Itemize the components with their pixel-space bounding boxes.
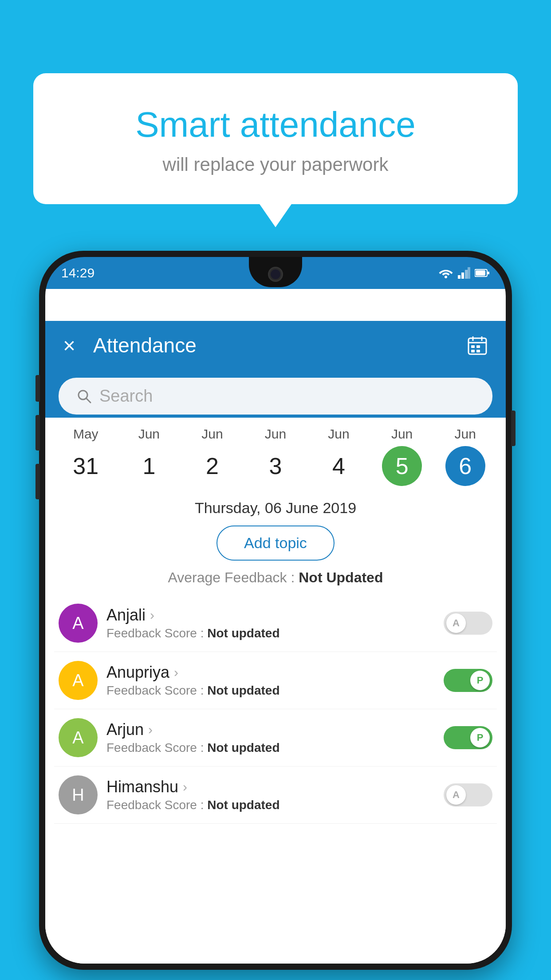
camera	[268, 267, 283, 282]
speech-bubble-title: Smart attendance	[60, 104, 491, 145]
cal-day-1[interactable]: Jun 1	[125, 427, 173, 486]
chevron-icon: ›	[183, 779, 187, 794]
student-score-anupriya: Feedback Score : Not updated	[106, 684, 435, 698]
volume-down-button	[35, 464, 40, 499]
close-button[interactable]: ×	[63, 333, 75, 358]
cal-date-1: 1	[129, 446, 169, 486]
toggle-knob-arjun: P	[470, 728, 490, 747]
toggle-arjun[interactable]: P	[444, 726, 492, 749]
status-icons	[438, 267, 490, 279]
power-button	[511, 411, 516, 446]
cal-day-3[interactable]: Jun 3	[251, 427, 300, 486]
cal-date-2: 2	[192, 446, 232, 486]
cal-day-5[interactable]: Jun 5	[378, 427, 426, 486]
student-name-himanshu: Himanshu ›	[106, 778, 435, 796]
speech-bubble-container: Smart attendance will replace your paper…	[33, 73, 518, 204]
svg-line-17	[86, 398, 91, 403]
search-icon	[76, 388, 92, 404]
wifi-icon	[438, 267, 453, 279]
avatar-anupriya: A	[59, 661, 98, 700]
chevron-icon: ›	[150, 608, 154, 623]
toggle-anjali[interactable]: A	[444, 612, 492, 635]
avg-feedback: Average Feedback : Not Updated	[45, 569, 506, 586]
search-bar-container: Search	[45, 370, 506, 423]
svg-rect-14	[471, 350, 475, 352]
add-topic-button[interactable]: Add topic	[216, 526, 335, 561]
cal-date-5: 5	[382, 446, 422, 486]
cal-day-2[interactable]: Jun 2	[188, 427, 236, 486]
avg-feedback-value: Not Updated	[299, 569, 383, 585]
svg-point-0	[445, 276, 447, 278]
svg-rect-15	[476, 350, 480, 352]
battery-icon	[475, 269, 490, 277]
toggle-himanshu[interactable]: A	[444, 783, 492, 806]
toggle-knob-anjali: A	[446, 613, 466, 633]
search-input[interactable]: Search	[59, 378, 492, 415]
student-score-anjali: Feedback Score : Not updated	[106, 626, 435, 640]
chevron-icon: ›	[174, 665, 178, 680]
avatar-anjali: A	[59, 604, 98, 643]
student-list: A Anjali › Feedback Score : Not updated	[45, 595, 506, 824]
student-info-anupriya[interactable]: Anupriya › Feedback Score : Not updated	[106, 663, 435, 698]
cal-month-5: Jun	[391, 427, 413, 442]
app-header: × Attendance	[45, 321, 506, 370]
svg-rect-2	[461, 273, 464, 279]
cal-month-6: Jun	[454, 427, 476, 442]
speech-bubble: Smart attendance will replace your paper…	[33, 73, 518, 204]
cal-day-0[interactable]: May 31	[61, 427, 110, 486]
cal-date-4: 4	[319, 446, 359, 486]
phone-inner: 14:29	[45, 257, 506, 964]
attendance-toggle-arjun[interactable]: P	[444, 726, 492, 749]
student-name-arjun: Arjun ›	[106, 720, 435, 739]
avg-feedback-label: Average Feedback :	[168, 569, 295, 585]
student-info-anjali[interactable]: Anjali › Feedback Score : Not updated	[106, 606, 435, 640]
student-info-arjun[interactable]: Arjun › Feedback Score : Not updated	[106, 720, 435, 755]
chevron-icon: ›	[148, 722, 153, 737]
speech-bubble-subtitle: will replace your paperwork	[60, 154, 491, 175]
cal-month-1: Jun	[138, 427, 160, 442]
selected-date: Thursday, 06 June 2019	[45, 490, 506, 521]
cal-date-3: 3	[256, 446, 295, 486]
toggle-anupriya[interactable]: P	[444, 669, 492, 692]
cal-date-0: 31	[66, 446, 106, 486]
search-placeholder: Search	[99, 387, 153, 406]
student-item-arjun: A Arjun › Feedback Score : Not updated	[54, 709, 497, 767]
status-time: 14:29	[61, 265, 94, 281]
cal-day-6[interactable]: Jun 6	[441, 427, 490, 486]
student-item-anupriya: A Anupriya › Feedback Score : Not update…	[54, 652, 497, 709]
student-score-arjun: Feedback Score : Not updated	[106, 741, 435, 755]
volume-up-button	[35, 415, 40, 450]
app-title: Attendance	[93, 333, 467, 357]
signal-icon	[458, 267, 470, 279]
attendance-toggle-anjali[interactable]: A	[444, 612, 492, 635]
calendar-icon[interactable]	[467, 335, 488, 356]
svg-rect-13	[476, 345, 480, 348]
cal-month-2: Jun	[201, 427, 223, 442]
svg-rect-12	[471, 345, 475, 348]
student-item-himanshu: H Himanshu › Feedback Score : Not update…	[54, 767, 497, 824]
cal-month-3: Jun	[265, 427, 286, 442]
avatar-himanshu: H	[59, 775, 98, 814]
cal-month-0: May	[73, 427, 98, 442]
student-score-himanshu: Feedback Score : Not updated	[106, 798, 435, 812]
attendance-toggle-himanshu[interactable]: A	[444, 783, 492, 806]
svg-rect-7	[476, 270, 485, 276]
mute-button	[35, 375, 40, 402]
svg-rect-6	[488, 272, 489, 274]
student-name-anupriya: Anupriya ›	[106, 663, 435, 682]
toggle-knob-anupriya: P	[470, 671, 490, 690]
svg-rect-1	[458, 275, 460, 279]
student-name-anjali: Anjali ›	[106, 606, 435, 624]
svg-rect-3	[465, 270, 468, 279]
camera-lens	[271, 269, 280, 279]
svg-rect-4	[468, 267, 470, 279]
avatar-arjun: A	[59, 718, 98, 757]
cal-day-4[interactable]: Jun 4	[315, 427, 363, 486]
student-info-himanshu[interactable]: Himanshu › Feedback Score : Not updated	[106, 778, 435, 812]
toggle-knob-himanshu: A	[446, 785, 466, 805]
calendar-strip: May 31 Jun 1 Jun 2 Jun 3	[45, 418, 506, 490]
student-item-anjali: A Anjali › Feedback Score : Not updated	[54, 595, 497, 652]
attendance-toggle-anupriya[interactable]: P	[444, 669, 492, 692]
content-area: May 31 Jun 1 Jun 2 Jun 3	[45, 418, 506, 964]
phone-screen: × Attendance	[45, 289, 506, 964]
